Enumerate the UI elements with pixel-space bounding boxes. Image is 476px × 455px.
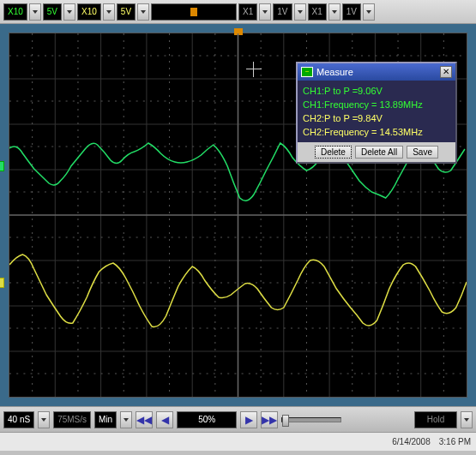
delete-button[interactable]: Delete — [315, 146, 352, 159]
dropdown-icon[interactable] — [38, 411, 50, 428]
bottom-toolbar: 40 nS 75MS/s Min ◀◀ ◀ 50% ▶ ▶▶ Hold — [0, 406, 476, 432]
probe1-volt[interactable]: 5V — [43, 3, 62, 21]
rewind-button[interactable]: ◀◀ — [136, 411, 153, 428]
measure-line[interactable]: CH2:Frequency = 14.53MHz — [303, 125, 450, 139]
scope-container: ~ Measure ✕ CH1:P to P =9.06VCH1:Frequen… — [0, 24, 476, 406]
mode-field[interactable]: Min — [94, 411, 117, 428]
dropdown-icon[interactable] — [29, 3, 41, 21]
measure-window[interactable]: ~ Measure ✕ CH1:P to P =9.06VCH1:Frequen… — [296, 62, 457, 164]
back-button[interactable]: ◀ — [156, 411, 173, 428]
zoom-slider[interactable] — [281, 417, 341, 422]
sample-rate-field: 75MS/s — [53, 411, 91, 428]
dropdown-icon[interactable] — [328, 3, 340, 21]
ch2-ground-marker[interactable] — [0, 278, 4, 288]
close-icon[interactable]: ✕ — [440, 66, 452, 78]
status-bar: 6/14/2008 3:16 PM — [0, 432, 476, 451]
dropdown-icon[interactable] — [137, 3, 149, 21]
timebase-field[interactable]: 40 nS — [3, 411, 34, 428]
measure-line[interactable]: CH2:P to P =9.84V — [303, 111, 450, 125]
probe2-mult[interactable]: X10 — [77, 3, 101, 21]
status-date: 6/14/2008 — [392, 437, 431, 446]
probe4-volt[interactable]: 1V — [342, 3, 361, 21]
probe3-volt[interactable]: 1V — [273, 3, 292, 21]
dropdown-icon[interactable] — [120, 411, 132, 428]
probe1-mult[interactable]: X10 — [3, 3, 27, 21]
cursor-crosshair-icon — [246, 62, 262, 77]
dropdown-icon[interactable] — [259, 3, 271, 21]
trigger-marker-icon — [190, 8, 197, 16]
dropdown-icon[interactable] — [363, 3, 375, 21]
status-time: 3:16 PM — [439, 437, 471, 446]
dropdown-icon[interactable] — [103, 3, 115, 21]
fastforward-button[interactable]: ▶▶ — [261, 411, 278, 428]
hold-button[interactable]: Hold — [414, 411, 457, 428]
trigger-pos-marker[interactable] — [234, 28, 243, 35]
dropdown-icon[interactable] — [461, 411, 473, 428]
measure-icon: ~ — [301, 67, 313, 77]
ch1-ground-marker[interactable] — [0, 161, 4, 171]
measure-line[interactable]: CH1:P to P =9.06V — [303, 84, 450, 98]
slider-thumb[interactable] — [282, 415, 289, 427]
measure-titlebar[interactable]: ~ Measure ✕ — [298, 63, 455, 81]
measure-buttons: Delete Delete All Save — [298, 142, 455, 162]
measure-line[interactable]: CH1:Frequency = 13.89MHz — [303, 98, 450, 111]
probe2-volt[interactable]: 5V — [117, 3, 136, 21]
save-button[interactable]: Save — [407, 146, 438, 159]
dropdown-icon[interactable] — [63, 3, 75, 21]
top-toolbar: X10 5V X10 5V X1 1V X1 1V — [0, 0, 476, 24]
probe3-mult[interactable]: X1 — [238, 3, 257, 21]
forward-button[interactable]: ▶ — [240, 411, 257, 428]
measure-body: CH1:P to P =9.06VCH1:Frequency = 13.89MH… — [298, 81, 455, 142]
trigger-display[interactable] — [151, 3, 237, 21]
position-field[interactable]: 50% — [177, 411, 237, 428]
dropdown-icon[interactable] — [294, 3, 306, 21]
delete-all-button[interactable]: Delete All — [355, 146, 403, 159]
probe4-mult[interactable]: X1 — [308, 3, 327, 21]
measure-title-text: Measure — [316, 67, 353, 77]
